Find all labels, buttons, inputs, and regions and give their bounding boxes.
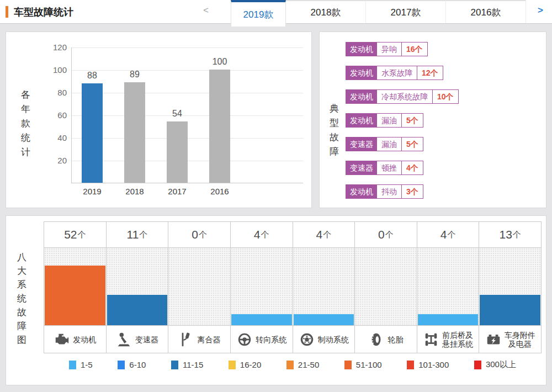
fault-badge-5: 变速器顿挫4个	[346, 161, 423, 175]
x-label-2018: 2018	[113, 187, 156, 196]
tire-icon	[368, 331, 385, 348]
system-chart-cell	[479, 248, 541, 325]
page-title: 车型故障统计	[14, 6, 73, 19]
system-chart-cell	[293, 248, 355, 325]
system-count-cell: 4个	[417, 222, 479, 247]
system-label-text: 前后桥及 悬挂系统	[442, 331, 473, 348]
fault-category: 发动机	[346, 66, 377, 80]
system-count-unit: 个	[261, 230, 269, 240]
fault-badge-1: 发动机水泵故障12个	[346, 66, 443, 80]
bar-value-2016: 100	[203, 57, 236, 67]
legend-item-6-10: 6-10	[118, 359, 146, 370]
fault-name: 漏油	[377, 114, 401, 127]
system-chart-cell	[417, 248, 479, 325]
legend-label: 300以上	[486, 359, 516, 370]
system-chart-cell	[106, 248, 168, 325]
yearly-stats-panel: 各年款统计 20406080100120 8820198920185420171…	[6, 31, 312, 208]
legend-item-16-20: 16-20	[229, 359, 261, 370]
fault-name: 冷却系统故障	[377, 90, 432, 103]
system-label-cell: 车身附件 及电器	[479, 326, 541, 353]
bar-2017	[167, 121, 188, 183]
year-tab-2018[interactable]: 2018款	[286, 0, 366, 23]
fault-category: 发动机	[346, 90, 377, 103]
fault-category: 发动机	[346, 114, 377, 127]
bar-value-2017: 54	[161, 109, 194, 119]
header-bar: 车型故障统计 < 2019款2018款2017款2016款 >	[0, 0, 552, 24]
legend-swatch	[344, 361, 352, 369]
system-bar-7	[480, 295, 540, 325]
engine-icon	[54, 331, 70, 348]
gridline-80	[72, 93, 303, 93]
fault-name: 抖动	[377, 185, 401, 198]
legend-label: 21-50	[298, 360, 319, 369]
system-label-text: 制动系统	[318, 335, 349, 344]
legend-swatch	[286, 361, 294, 369]
fault-badge-0: 发动机异响16个	[346, 42, 428, 56]
gearshift-icon	[116, 331, 132, 348]
y-tick-100: 100	[37, 65, 67, 75]
system-chart-cell	[168, 248, 230, 325]
y-tick-80: 80	[37, 88, 67, 97]
next-tab-arrow-icon[interactable]: >	[538, 5, 543, 16]
legend-swatch	[69, 361, 76, 369]
systems-count-row: 52个11个0个4个4个0个4个13个	[44, 222, 541, 248]
system-count-cell: 13个	[479, 222, 541, 247]
system-label-text: 变速器	[135, 335, 158, 344]
eight-systems-panel: 八大系统故障图 52个11个0个4个4个0个4个13个 发动机变速器离合器转向系…	[6, 215, 546, 385]
system-count-unit: 个	[513, 230, 521, 240]
fault-count: 10个	[432, 90, 458, 103]
year-tab-2016[interactable]: 2016款	[446, 0, 526, 23]
systems-label-row: 发动机变速器离合器转向系统制动系统轮胎前后桥及 悬挂系统车身附件 及电器	[44, 325, 541, 353]
system-bar-4	[294, 314, 354, 325]
fault-category: 变速器	[346, 137, 377, 151]
legend-item-51-100: 51-100	[344, 359, 382, 370]
bar-2016	[209, 70, 230, 183]
systems-fault-table: 52个11个0个4个4个0个4个13个 发动机变速器离合器转向系统制动系统轮胎前…	[44, 221, 542, 353]
x-label-2017: 2017	[156, 187, 199, 196]
fault-name: 漏油	[377, 137, 401, 151]
system-label-text: 转向系统	[256, 335, 286, 344]
legend-item-101-300: 101-300	[407, 359, 449, 370]
fault-badge-4: 变速器漏油5个	[346, 137, 423, 151]
fault-category: 发动机	[346, 43, 377, 56]
system-label-cell: 变速器	[106, 326, 168, 353]
system-count-cell: 52个	[44, 222, 106, 247]
system-count-cell: 0个	[354, 222, 417, 247]
legend-label: 16-20	[240, 360, 261, 369]
system-label-cell: 发动机	[44, 326, 106, 353]
system-chart-cell	[354, 248, 417, 325]
fault-count: 3个	[401, 185, 423, 198]
year-tab-2019[interactable]: 2019款	[231, 0, 286, 27]
year-tab-2017[interactable]: 2017款	[366, 0, 446, 23]
fault-badge-2: 发动机冷却系统故障10个	[346, 89, 459, 104]
system-label-cell: 轮胎	[354, 326, 417, 353]
legend-label: 101-300	[418, 360, 449, 369]
system-label-text: 车身附件 及电器	[505, 331, 535, 348]
legend-swatch	[407, 361, 414, 369]
system-count-cell: 0个	[168, 222, 230, 247]
fault-category: 发动机	[346, 185, 377, 198]
fault-name: 异响	[377, 43, 401, 56]
fault-statistics-app: 车型故障统计 < 2019款2018款2017款2016款 > 各年款统计 20…	[0, 0, 552, 392]
legend-item-300以上: 300以上	[474, 359, 516, 370]
system-label-text: 发动机	[73, 335, 96, 344]
fault-count: 16个	[401, 43, 427, 56]
legend-item-11-15: 11-15	[171, 359, 203, 370]
system-label-text: 离合器	[198, 335, 221, 344]
legend-label: 51-100	[356, 360, 382, 369]
system-count-unit: 个	[199, 230, 207, 240]
x-label-2016: 2016	[198, 187, 241, 196]
fault-name: 水泵故障	[377, 66, 417, 80]
system-count-cell: 11个	[106, 222, 168, 247]
severity-legend: 1-56-1011-1516-2021-5051-100101-300300以上	[44, 359, 542, 370]
system-chart-cell	[230, 248, 293, 325]
system-count-value: 4	[316, 228, 322, 241]
systems-bar-row	[44, 248, 541, 325]
system-count-value: 11	[127, 228, 139, 241]
system-count-unit: 个	[447, 230, 455, 240]
y-tick-120: 120	[37, 43, 67, 52]
system-bar-3	[231, 314, 292, 325]
system-count-value: 52	[64, 228, 77, 241]
prev-tab-arrow-icon[interactable]: <	[203, 5, 209, 16]
legend-swatch	[171, 361, 178, 369]
